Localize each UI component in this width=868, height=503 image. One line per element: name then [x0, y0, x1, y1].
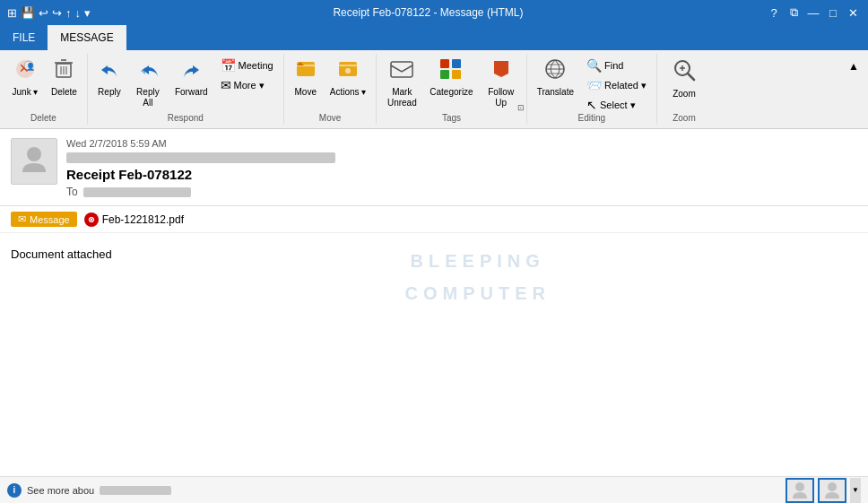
email-date: Wed 2/7/2018 5:59 AM [66, 138, 857, 149]
actions-icon [337, 58, 359, 83]
forward-button[interactable]: Forward [170, 56, 213, 111]
pdf-icon: ⊗ [84, 212, 99, 227]
more-respond-button[interactable]: ✉ More ▾ [216, 75, 278, 95]
follow-up-button[interactable]: FollowUp [482, 56, 521, 111]
status-avatar-button-2[interactable] [818, 478, 846, 503]
follow-up-icon [490, 58, 512, 83]
zoom-group-label: Zoom [657, 113, 711, 123]
reply-all-button[interactable]: ReplyAll [129, 56, 167, 111]
svg-point-26 [27, 147, 41, 161]
mark-unread-label: MarkMark UnreadUnread [387, 87, 417, 108]
svg-point-28 [828, 482, 837, 491]
mark-unread-button[interactable]: MarkMark UnreadUnread [382, 56, 421, 111]
save-icon[interactable]: 💾 [21, 6, 35, 20]
message-tag: ✉ Message [11, 212, 77, 227]
meeting-label: Meeting [239, 60, 273, 71]
minimize-button[interactable]: — [805, 4, 821, 21]
ribbon-group-respond: Reply ReplyAll Forward 📅 Meeting [88, 54, 284, 125]
status-name-blur [100, 486, 171, 495]
translate-label: Translate [537, 87, 574, 98]
mark-unread-icon [390, 58, 413, 83]
related-button[interactable]: 📨 Related ▾ [582, 75, 651, 95]
select-icon: ↖ [586, 98, 597, 112]
zoom-icon [673, 58, 696, 85]
translate-icon [543, 58, 567, 83]
ribbon-collapse-button[interactable]: ▲ [843, 54, 864, 79]
down-icon[interactable]: ↓ [75, 6, 82, 20]
select-label: Select ▾ [600, 100, 636, 111]
svg-rect-16 [440, 70, 449, 79]
svg-rect-17 [452, 70, 461, 79]
status-right: ▼ [786, 478, 861, 503]
find-icon: 🔍 [586, 58, 602, 73]
attachments-row: ✉ Message ⊗ Feb-1221812.pdf [0, 206, 868, 233]
email-body: Document attached [0, 233, 868, 275]
attachment-filename: Feb-1221812.pdf [102, 213, 184, 226]
categorize-label: Categorize [430, 87, 473, 98]
categorize-button[interactable]: Categorize [425, 56, 477, 111]
categorize-icon [439, 58, 463, 83]
reply-label: Reply [98, 87, 121, 98]
status-left: i See more abou [7, 483, 171, 498]
reply-icon [99, 58, 120, 83]
zoom-label: Zoom [673, 89, 696, 100]
actions-button[interactable]: Actions ▾ [326, 56, 371, 111]
find-button[interactable]: 🔍 Find [582, 56, 651, 75]
translate-button[interactable]: Translate [533, 56, 578, 111]
status-avatar-button-1[interactable] [786, 478, 814, 503]
junk-button[interactable]: ✕👤 Junk ▾ [5, 56, 45, 111]
move-button[interactable]: Move [290, 56, 322, 111]
redo-icon[interactable]: ↪ [52, 6, 62, 20]
editing-group-label: Editing [527, 113, 656, 123]
email-to: To [66, 186, 857, 198]
svg-point-12 [345, 68, 351, 74]
scroll-down-button[interactable]: ▼ [850, 478, 861, 503]
tags-expand-icon[interactable]: ⊡ [517, 103, 525, 112]
restore-button[interactable]: ⧉ [786, 4, 802, 21]
attachment-file[interactable]: ⊗ Feb-1221812.pdf [84, 212, 184, 227]
svg-rect-15 [452, 59, 461, 68]
email-to-blur [83, 187, 191, 197]
ribbon-group-editing: Translate 🔍 Find 📨 Related ▾ ↖ Select ▾ … [527, 54, 657, 125]
email-meta: Wed 2/7/2018 5:59 AM Receipt Feb-078122 … [66, 138, 857, 198]
sender-avatar [11, 138, 57, 185]
ribbon-group-move: Move Actions ▾ Move [284, 54, 378, 125]
actions-label: Actions ▾ [330, 87, 367, 98]
status-text: See more abou [27, 485, 94, 496]
ribbon-group-zoom: Zoom Zoom [657, 54, 711, 125]
svg-rect-13 [391, 62, 412, 77]
maximize-button[interactable]: □ [825, 4, 841, 21]
svg-point-27 [795, 482, 804, 491]
title-bar-left-controls: ⊞ 💾 ↩ ↪ ↑ ↓ ▾ [7, 6, 91, 20]
svg-text:👤: 👤 [26, 62, 35, 71]
undo-icon[interactable]: ↩ [39, 6, 48, 20]
find-label: Find [604, 60, 623, 71]
delete-group-label: Delete [0, 113, 87, 123]
follow-up-label: FollowUp [488, 87, 514, 108]
tags-group-label: Tags [377, 113, 525, 123]
tab-file[interactable]: FILE [0, 25, 48, 50]
reply-all-label: ReplyAll [136, 87, 160, 108]
email-header: Wed 2/7/2018 5:59 AM Receipt Feb-078122 … [0, 129, 868, 206]
move-group-label: Move [284, 113, 377, 123]
junk-icon: ✕👤 [14, 58, 36, 83]
svg-line-23 [688, 74, 694, 80]
close-button[interactable]: ✕ [845, 4, 861, 21]
meeting-button[interactable]: 📅 Meeting [216, 56, 278, 75]
tab-message[interactable]: MESSAGE [48, 25, 126, 50]
meeting-icon: 📅 [221, 58, 236, 73]
reply-button[interactable]: Reply [93, 56, 126, 111]
move-icon [295, 58, 317, 83]
info-icon: i [7, 483, 22, 498]
reply-all-icon [137, 58, 159, 83]
main-content-area: Wed 2/7/2018 5:59 AM Receipt Feb-078122 … [0, 129, 868, 464]
ribbon-group-tags: MarkMark UnreadUnread Categorize FollowU… [377, 54, 526, 125]
editing-group-inner: Translate 🔍 Find 📨 Related ▾ ↖ Select ▾ [533, 56, 651, 140]
up-icon[interactable]: ↑ [65, 6, 72, 20]
select-button[interactable]: ↖ Select ▾ [582, 95, 651, 115]
delete-button[interactable]: Delete [47, 56, 82, 111]
title-bar: ⊞ 💾 ↩ ↪ ↑ ↓ ▾ Receipt Feb-078122 - Messa… [0, 0, 868, 25]
more-icon[interactable]: ▾ [84, 6, 91, 20]
help-button[interactable]: ? [766, 4, 782, 21]
zoom-button[interactable]: Zoom [668, 56, 700, 111]
